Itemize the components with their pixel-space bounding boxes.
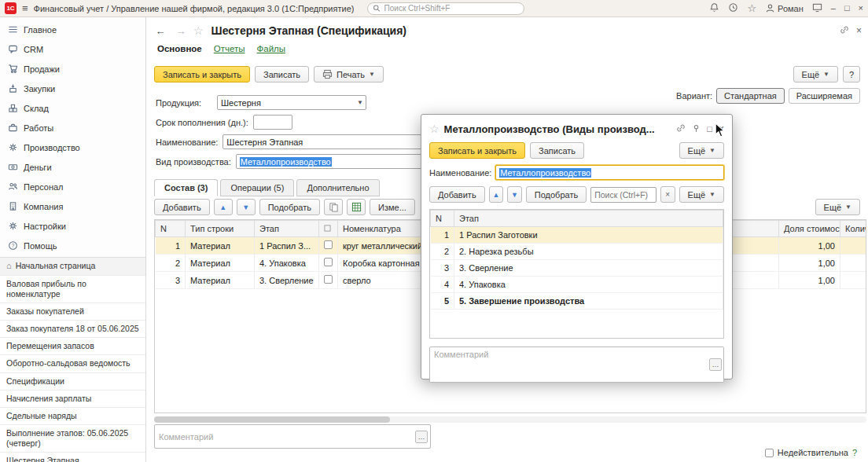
- comment-field[interactable]: …: [154, 424, 431, 449]
- sidebar-item-warehouse[interactable]: Склад: [0, 98, 145, 118]
- dialog-move-up-button[interactable]: ▲: [489, 186, 504, 203]
- dialog-more-button[interactable]: Ещё▼: [679, 142, 724, 159]
- print-button[interactable]: Печать ▼: [314, 66, 384, 82]
- main-menu-icon[interactable]: ≡: [22, 2, 28, 14]
- pin-icon[interactable]: [692, 124, 701, 134]
- open-page-item[interactable]: Выполнение этапов: 05.06.2025 (четверг): [0, 425, 145, 453]
- add-row-button[interactable]: Добавить: [154, 199, 210, 215]
- ellipsis-icon[interactable]: …: [415, 431, 428, 443]
- sidebar-item-main[interactable]: Главное: [0, 20, 145, 39]
- sidebar-item-crm[interactable]: CRM: [0, 39, 145, 59]
- list-item[interactable]: 5 5. Завершение производства: [431, 293, 723, 310]
- sidebar-item-settings[interactable]: Настройки: [0, 216, 145, 236]
- list-item[interactable]: 2 2. Нарезка резьбы: [431, 244, 723, 260]
- link-icon[interactable]: [676, 123, 686, 134]
- tab-reports[interactable]: Отчеты: [214, 44, 245, 53]
- open-page-item[interactable]: Начисления зарплаты: [0, 390, 145, 408]
- export-table-button[interactable]: [347, 199, 366, 215]
- favorite-star-icon[interactable]: ☆: [193, 24, 204, 37]
- dialog-list-more-button[interactable]: Ещё▼: [679, 186, 724, 203]
- variant-standard-button[interactable]: Стандартная: [716, 88, 785, 104]
- column-header-row-type[interactable]: Тип строки: [186, 221, 255, 237]
- sidebar-item-help[interactable]: ? Помощь: [0, 236, 145, 255]
- tab-main[interactable]: Основное: [157, 44, 202, 53]
- maximize-icon[interactable]: □: [707, 124, 712, 134]
- open-page-item[interactable]: Заказы покупателей: [0, 303, 145, 321]
- history-icon[interactable]: [728, 2, 738, 14]
- table-more-button[interactable]: Ещё▼: [815, 199, 860, 215]
- ellipsis-icon[interactable]: …: [709, 358, 722, 371]
- invalid-help-icon[interactable]: ?: [852, 448, 857, 457]
- global-search[interactable]: [367, 2, 524, 15]
- column-header-flag[interactable]: [319, 221, 338, 237]
- favorites-star-icon[interactable]: ☆: [747, 2, 756, 14]
- column-header-share[interactable]: Доля стоимости: [779, 221, 840, 237]
- close-window-icon[interactable]: ×: [859, 4, 863, 13]
- column-header-n[interactable]: N: [156, 221, 186, 237]
- choose-icon[interactable]: ▼: [357, 99, 363, 106]
- product-input[interactable]: [221, 98, 354, 108]
- comment-input[interactable]: [159, 432, 415, 442]
- save-button[interactable]: Записать: [255, 66, 309, 82]
- open-page-item[interactable]: Шестерня Этапная (Спецификация): [0, 453, 145, 462]
- column-header-n[interactable]: N: [431, 211, 454, 227]
- save-close-button[interactable]: Записать и закрыть: [154, 66, 250, 82]
- dialog-search-field[interactable]: [590, 187, 657, 203]
- forward-button[interactable]: →: [173, 24, 189, 38]
- move-down-button[interactable]: ▼: [237, 199, 256, 215]
- variant-extended-button[interactable]: Расширяемая: [789, 88, 860, 104]
- open-page-item[interactable]: Заказ покупателя 18 от 05.06.2025: [0, 321, 145, 338]
- column-header-stage[interactable]: Этап: [454, 211, 723, 227]
- copy-rows-button[interactable]: [324, 199, 343, 215]
- clear-search-button[interactable]: ×: [660, 186, 675, 203]
- favorite-star-icon[interactable]: ☆: [429, 123, 440, 135]
- replenish-period-input[interactable]: [257, 118, 289, 127]
- scrollbar-thumb[interactable]: [154, 416, 390, 423]
- dialog-name-field[interactable]: Металлопроизводство: [495, 165, 724, 180]
- pick-button[interactable]: Подобрать: [259, 199, 320, 215]
- minimize-icon[interactable]: –: [831, 4, 836, 13]
- close-form-icon[interactable]: ×: [856, 25, 862, 36]
- column-header-stage[interactable]: Этап: [255, 221, 319, 237]
- dialog-comment-field[interactable]: …: [429, 346, 724, 383]
- tab-additional[interactable]: Дополнительно: [296, 179, 379, 196]
- dialog-move-down-button[interactable]: ▼: [507, 186, 522, 203]
- row-checkbox[interactable]: [324, 240, 333, 249]
- name-field[interactable]: [223, 134, 428, 149]
- replenish-period-field[interactable]: [253, 115, 292, 130]
- move-up-button[interactable]: ▲: [214, 199, 233, 215]
- dialog-save-close-button[interactable]: Записать и закрыть: [429, 142, 525, 159]
- sidebar-item-purchases[interactable]: Закупки: [0, 79, 145, 98]
- dialog-save-button[interactable]: Записать: [530, 142, 584, 159]
- sidebar-item-money[interactable]: Деньги: [0, 157, 145, 177]
- interface-panel-icon[interactable]: [812, 2, 822, 14]
- list-item[interactable]: 4 4. Упаковка: [431, 277, 723, 293]
- sidebar-item-production[interactable]: Производство: [0, 138, 145, 157]
- help-button[interactable]: ?: [843, 66, 860, 82]
- open-page-item[interactable]: Сдельные наряды: [0, 408, 145, 425]
- open-page-item[interactable]: Валовая прибыль по номенклатуре: [0, 276, 145, 303]
- sidebar-item-sales[interactable]: Продажи: [0, 59, 145, 79]
- dialog-pick-button[interactable]: Подобрать: [526, 186, 587, 203]
- tab-files[interactable]: Файлы: [257, 44, 286, 53]
- edit-button[interactable]: Изме...: [370, 199, 415, 215]
- dialog-add-button[interactable]: Добавить: [429, 186, 485, 203]
- row-checkbox[interactable]: [324, 275, 333, 284]
- search-input[interactable]: [384, 4, 520, 13]
- sidebar-item-personnel[interactable]: Персонал: [0, 177, 145, 196]
- open-page-item[interactable]: Спецификации: [0, 373, 145, 390]
- product-field[interactable]: ▼: [217, 95, 366, 110]
- open-page-item[interactable]: ⌂ Начальная страница: [0, 258, 145, 276]
- tab-operations[interactable]: Операции (5): [220, 179, 294, 196]
- open-page-item[interactable]: Перемещения запасов: [0, 338, 145, 355]
- list-item[interactable]: 1 1 Распил Заготовки: [431, 227, 723, 244]
- invalid-checkbox[interactable]: [765, 449, 774, 457]
- open-page-item[interactable]: Оборотно-сальдовая ведомость: [0, 355, 145, 372]
- link-icon[interactable]: [840, 25, 849, 36]
- dialog-comment-input[interactable]: [430, 347, 723, 382]
- tab-composition[interactable]: Состав (3): [154, 179, 218, 196]
- row-checkbox[interactable]: [324, 258, 333, 266]
- dialog-search-input[interactable]: [594, 190, 653, 200]
- sidebar-item-works[interactable]: Работы: [0, 118, 145, 138]
- name-input[interactable]: [226, 138, 425, 147]
